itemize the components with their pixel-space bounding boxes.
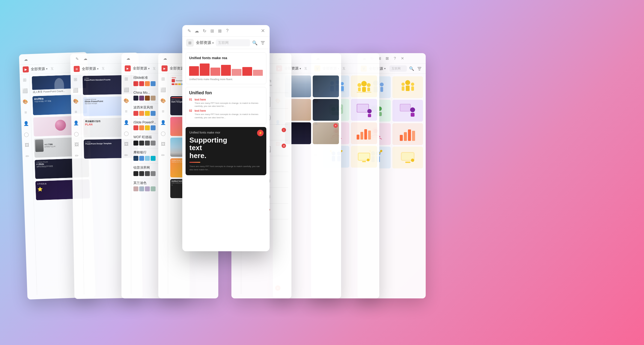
cloud-icon[interactable]: ☁: [194, 28, 199, 33]
svg-rect-8: [362, 87, 366, 92]
edit-icon[interactable]: ✎: [74, 56, 79, 61]
sidebar-icon[interactable]: ≡: [123, 108, 130, 115]
photo-item[interactable]: [313, 75, 339, 97]
chevron-icon: ▾: [97, 67, 99, 70]
bar7: [253, 70, 263, 76]
sidebar-icon[interactable]: 🖼: [73, 141, 80, 148]
main-panel-toolbar: ✎ ☁ ↻ ⊞ ⊠ ? ✕: [182, 25, 270, 37]
svg-rect-24: [357, 135, 359, 140]
resource-dropdown[interactable]: 全部资源 ▾: [31, 66, 48, 72]
dark-card[interactable]: ⚡ Unified fonts make mor Supportingtexth…: [186, 127, 266, 175]
chevron-icon: ▾: [300, 67, 301, 70]
main-search-bar: ⊞ 全部资源 ▾ 互联网 🔍: [182, 37, 270, 49]
illus-team2: [398, 78, 418, 97]
filter-icon[interactable]: [261, 40, 266, 45]
resource-dropdown[interactable]: 全部资源 ▾: [196, 40, 214, 45]
edit-icon[interactable]: ✎: [187, 28, 192, 33]
close-icon[interactable]: ✕: [260, 28, 265, 33]
filter-icon2[interactable]: [418, 66, 422, 71]
search-icon2[interactable]: 🔍: [409, 66, 414, 71]
swatch: [133, 186, 138, 191]
svg-rect-60: [400, 135, 403, 141]
refresh-icon[interactable]: ↻: [202, 28, 207, 33]
sidebar-img-icon[interactable]: ⬜: [22, 87, 28, 94]
photo-item[interactable]: [313, 99, 339, 121]
sidebar-icon[interactable]: ✏: [73, 152, 80, 159]
illustration-item[interactable]: [351, 75, 377, 97]
svg-point-44: [405, 80, 410, 85]
grid9-icon[interactable]: ⊠: [385, 56, 390, 61]
swatch: [133, 141, 138, 146]
sidebar-icon[interactable]: 🖼: [160, 141, 166, 147]
illustration-item[interactable]: [351, 146, 377, 168]
bar-chart: [189, 62, 263, 76]
photo-item[interactable]: ✕: [313, 122, 339, 144]
close-icon[interactable]: ✕: [400, 56, 405, 61]
sidebar-icon[interactable]: 👤: [160, 119, 166, 126]
search-hint: 互: [102, 66, 105, 71]
cloud-icon[interactable]: ☁: [83, 56, 88, 61]
sidebar-palette-icon[interactable]: 🎨: [22, 98, 29, 105]
sidebar-icon[interactable]: ◯: [123, 130, 130, 137]
swatch: [145, 111, 150, 116]
sidebar-icon[interactable]: ≡: [160, 108, 166, 115]
cloud-icon[interactable]: ☁: [23, 57, 29, 62]
sidebar-icon[interactable]: ⬜: [123, 86, 130, 93]
sidebar-circle-icon[interactable]: ◯: [23, 131, 30, 138]
sidebar-icon[interactable]: 👤: [73, 120, 79, 126]
sidebar-icon[interactable]: ≡: [73, 109, 79, 115]
item-desc: There are many PPT font concepts to chan…: [195, 102, 263, 108]
illustration-item[interactable]: [351, 122, 377, 144]
sidebar-icon[interactable]: ✏: [123, 152, 130, 158]
grid4-icon[interactable]: ⊞: [210, 28, 214, 33]
illustration-item[interactable]: [351, 99, 377, 121]
app-icon: ▶: [162, 65, 168, 71]
svg-rect-49: [411, 86, 414, 91]
panel-sidebar: ⊞ ⬜ 🎨 ≡ 👤 ◯ 🖼 ✏: [121, 73, 131, 294]
illustration-item[interactable]: [392, 123, 423, 145]
help-icon[interactable]: ?: [225, 28, 230, 33]
sidebar-list-icon[interactable]: ≡: [22, 109, 29, 116]
sidebar-icon[interactable]: ⬜: [160, 86, 166, 93]
sidebar-icon[interactable]: ✏: [160, 152, 166, 158]
panel-main: ✎ ☁ ↻ ⊞ ⊠ ? ✕ ⊞ 全部资源 ▾ 互联网 🔍: [182, 25, 270, 251]
sidebar-icon[interactable]: ⊞: [72, 76, 79, 83]
search-input-wrap[interactable]: 互联网: [389, 65, 407, 72]
sidebar-icon[interactable]: ⊞: [123, 75, 130, 82]
resource-dropdown[interactable]: 全部资源 ▾: [82, 66, 99, 71]
sidebar-image2-icon[interactable]: 🖼: [23, 142, 30, 149]
sidebar-icon[interactable]: 👤: [123, 119, 130, 126]
sidebar-icon[interactable]: 🎨: [160, 97, 166, 104]
sidebar-icon[interactable]: ⬜: [72, 87, 79, 93]
swatch: [145, 125, 150, 130]
illustration-item[interactable]: [392, 100, 423, 122]
svg-rect-63: [412, 131, 415, 141]
svg-rect-47: [402, 86, 404, 91]
search-icon[interactable]: 🔍: [252, 40, 258, 46]
sidebar-edit-icon[interactable]: ✏: [24, 153, 31, 159]
sidebar-slides-icon[interactable]: ⊞: [21, 77, 28, 83]
cloud-icon[interactable]: ☁: [163, 56, 168, 61]
swatch: [145, 171, 150, 176]
svg-point-42: [380, 83, 384, 86]
fonts-section[interactable]: Unified fon 01 text here There are many …: [186, 87, 266, 124]
help-icon[interactable]: ?: [392, 56, 397, 61]
sidebar-icon[interactable]: ◯: [73, 131, 80, 137]
teamwork-illustration: [354, 78, 374, 95]
sidebar-icon[interactable]: 🖼: [123, 141, 130, 147]
sidebar-user-icon[interactable]: 👤: [23, 120, 29, 127]
illustration-item[interactable]: [392, 76, 423, 98]
illustration-item[interactable]: [392, 147, 423, 168]
red-indicator: ✕: [333, 123, 338, 128]
sidebar-palette-icon[interactable]: 🎨: [123, 97, 130, 104]
main-content: Unified fonts make rea Unified fonts mak…: [182, 49, 270, 248]
sidebar-icon[interactable]: 🎨: [72, 98, 79, 104]
item-content: text here There are many PPT font concep…: [195, 109, 263, 119]
grid9-icon[interactable]: ⊠: [217, 28, 222, 33]
resource-dropdown[interactable]: 全部资源 ▾: [133, 66, 150, 71]
sidebar-icon[interactable]: ◯: [160, 130, 166, 137]
cloud-icon[interactable]: ☁: [126, 56, 131, 61]
chevron-icon: ▾: [212, 41, 214, 44]
top-slide-preview[interactable]: Unified fonts make rea Unified fonts mak…: [186, 52, 266, 84]
sidebar-icon[interactable]: ⊞: [160, 75, 166, 82]
